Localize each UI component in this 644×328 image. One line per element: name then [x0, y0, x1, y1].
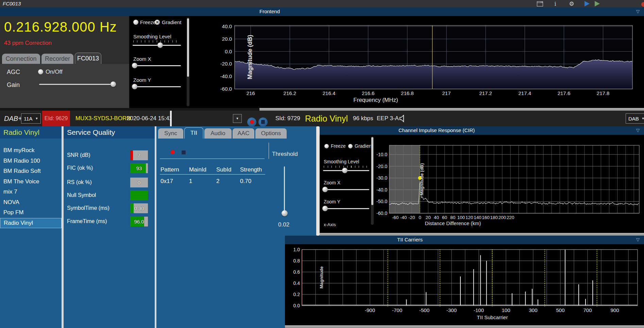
tab-sync[interactable]: Sync: [158, 128, 183, 139]
top-horizontal-scrollbar[interactable]: [259, 108, 644, 111]
channel-select[interactable]: 11A▼: [21, 113, 41, 124]
cir-freeze-radio[interactable]: [324, 144, 329, 148]
dropdown-toggle-button[interactable]: ▼: [233, 114, 242, 123]
cir-collapse-icon[interactable]: ▽: [636, 128, 640, 132]
svg-text:Magnitude (dB): Magnitude (dB): [247, 35, 253, 79]
mux-label: MUX3-SYDSJ-BORN: [75, 111, 131, 126]
station-name: Radio Vinyl: [305, 111, 348, 126]
svg-text:-60.0: -60.0: [376, 211, 387, 216]
cir-smoothing-label: Smoothing Level: [324, 159, 359, 164]
service-quality-panel: Service Quality SNR (dB)7FIC (ok %)93RS …: [64, 126, 155, 328]
tii-table-rows: 0x17120.70: [160, 178, 273, 185]
threshold-slider[interactable]: [281, 166, 288, 217]
quality-value: 93: [130, 163, 148, 173]
svg-text:216.4: 216.4: [323, 90, 336, 96]
station-item[interactable]: Radio Vinyl: [0, 218, 62, 228]
station-item[interactable]: BM Radio Soft: [0, 166, 62, 176]
spectrum-controls-scrollbar[interactable]: [187, 17, 189, 106]
svg-text:-500: -500: [419, 307, 429, 313]
svg-text:216.2: 216.2: [284, 90, 296, 96]
divider-line: [269, 143, 269, 159]
tii-table-row[interactable]: 0x17120.70: [160, 178, 273, 185]
cir-zoom-y-slider[interactable]: [323, 206, 369, 211]
svg-text:Distance Difference (km): Distance Difference (km): [425, 220, 481, 226]
tii-carriers-title: TII Carriers: [397, 237, 423, 242]
cir-freeze-label: Freeze: [331, 143, 346, 149]
svg-text:-40: -40: [400, 215, 407, 220]
record-indicator-icon[interactable]: [171, 150, 175, 154]
play-blue-icon[interactable]: [583, 1, 590, 7]
svg-text:0.6: 0.6: [293, 269, 300, 275]
service-quality-title: Service Quality: [67, 128, 115, 136]
freeze-radio[interactable]: [133, 20, 138, 25]
quality-label: SNR (dB): [67, 152, 90, 158]
cir-chart: -10.0-20.0-30.0-40.0-50.0-60.0-60-40-200…: [374, 135, 644, 233]
chevron-down-icon: ▼: [236, 117, 239, 120]
zoom-x-slider[interactable]: [133, 63, 181, 68]
app-title: FC0013: [3, 1, 21, 6]
tab-audio[interactable]: Audio: [204, 128, 232, 139]
smoothing-level-label: Smoothing Level: [133, 34, 171, 39]
tab-tii[interactable]: TII: [184, 127, 203, 139]
frontend-tab-connection[interactable]: Connection: [2, 54, 40, 64]
svg-text:20.0: 20.0: [222, 36, 232, 42]
stop-indicator-icon[interactable]: [181, 150, 186, 155]
cir-header: Channel Impulse Response (CIR) ▽: [320, 126, 644, 135]
zoom-y-slider[interactable]: [133, 84, 181, 89]
info-icon[interactable]: i: [553, 1, 558, 7]
tab-aac[interactable]: AAC: [233, 128, 254, 139]
gain-slider[interactable]: [39, 81, 116, 87]
svg-text:200: 200: [498, 215, 506, 220]
stop-red-icon[interactable]: [641, 2, 644, 7]
spectrum-controls: Freeze Gradient Smoothing Level Zoom X Z…: [129, 16, 190, 108]
station-item[interactable]: BM myRock: [0, 145, 62, 156]
play-green-icon[interactable]: [594, 1, 600, 7]
cir-smoothing-slider[interactable]: [323, 168, 369, 173]
vertical-splitter[interactable]: [316, 126, 320, 236]
section-divider: [0, 108, 644, 111]
svg-text:40.0: 40.0: [222, 23, 232, 29]
tii-col-header: SubId: [216, 166, 240, 173]
svg-text:Frequency (MHz): Frequency (MHz): [353, 97, 398, 103]
frontend-collapse-icon[interactable]: ▽: [636, 9, 640, 14]
cir-controls-scrollbar[interactable]: [371, 136, 374, 225]
station-list-header-label: Radio Vinyl: [3, 128, 39, 136]
protection-label: EEP 3-A: [377, 111, 399, 126]
tii-table-header: PatternMainIdSubIdStrength: [160, 166, 273, 173]
tii-horizontal-scrollbar[interactable]: [285, 325, 644, 328]
tab-options[interactable]: Options: [255, 128, 287, 139]
cir-gradient-radio[interactable]: [348, 144, 353, 148]
output-select[interactable]: DAB▼: [626, 113, 644, 124]
station-item[interactable]: BM The Voice: [0, 177, 62, 187]
station-list-panel: Radio Vinyl BM myRockBM Radio 100BM Radi…: [0, 126, 62, 328]
gradient-radio[interactable]: [155, 20, 160, 25]
svg-text:0.2: 0.2: [293, 292, 300, 297]
frontend-tab-fc0013[interactable]: FC0013: [75, 53, 101, 64]
cir-gradient-label: Gradient: [355, 143, 373, 149]
window-icon[interactable]: [536, 1, 544, 7]
cir-zoom-x-slider[interactable]: [323, 187, 369, 192]
quality-value: 0.30: [130, 203, 148, 213]
frontend-tab-recorder[interactable]: Recorder: [41, 54, 73, 64]
frontend-header-title: Frontend: [259, 8, 280, 14]
agc-label: AGC: [7, 69, 20, 76]
svg-text:0.4: 0.4: [293, 280, 300, 286]
station-item[interactable]: NOVA: [0, 197, 62, 207]
speaker-icon[interactable]: [399, 111, 406, 126]
station-item[interactable]: Pop FM: [0, 207, 62, 218]
divider-line: [160, 159, 265, 159]
settings-gear-icon[interactable]: ⚙: [568, 1, 575, 7]
eid-value: EId: 9629: [45, 115, 68, 122]
service-quality-rows: SNR (dB)7FIC (ok %)93RS (ok %)0Null Symb…: [64, 139, 155, 328]
svg-text:40: 40: [434, 215, 439, 220]
smoothing-slider[interactable]: [133, 42, 181, 48]
splitter-handle[interactable]: [170, 111, 172, 126]
spectrum-chart: 40.020.00.0-20.0-40.0-60.0216216.2216.42…: [190, 16, 644, 108]
station-item[interactable]: BM Radio 100: [0, 156, 62, 166]
quality-value: 7: [130, 150, 148, 160]
station-item[interactable]: mix 7: [0, 187, 62, 197]
svg-text:1.0: 1.0: [293, 247, 300, 252]
agc-radio[interactable]: [38, 69, 43, 74]
tii-collapse-icon[interactable]: ▽: [636, 237, 640, 242]
cir-horizontal-scrollbar[interactable]: [320, 233, 644, 236]
